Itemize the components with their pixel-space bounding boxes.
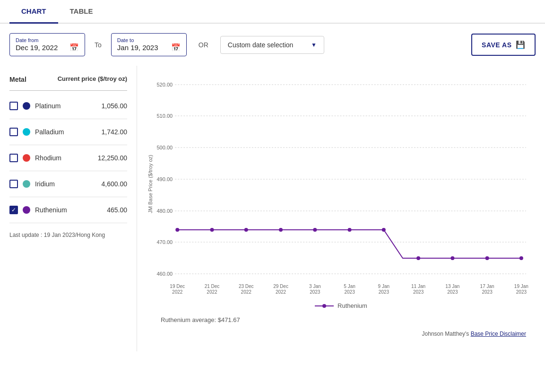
toolbar: Date from Dec 19, 2022 📅 To Date to Jan … [0,24,545,66]
tab-bar: CHART TABLE [0,0,545,24]
svg-text:2023: 2023 [344,289,355,295]
platinum-name: Platinum [35,102,97,110]
svg-text:480.00: 480.00 [156,208,173,214]
svg-text:9 Jan: 9 Jan [378,284,390,289]
legend-ruthenium-label: Ruthenium [337,302,367,309]
svg-text:2023: 2023 [310,289,320,295]
iridium-price: 4,600.00 [102,180,128,188]
svg-point-24 [485,256,489,260]
list-item: Palladium 1,742.00 [9,119,127,145]
svg-text:2023: 2023 [447,289,458,295]
custom-date-select-label: Custom date selection [228,41,294,49]
calendar-to-icon: 📅 [171,43,181,52]
svg-text:19 Dec: 19 Dec [170,284,185,289]
platinum-checkbox[interactable] [9,102,18,110]
svg-text:490.00: 490.00 [156,176,173,182]
ruthenium-dot [23,206,30,214]
svg-text:520.00: 520.00 [156,82,173,87]
date-to-label: Date to [117,37,181,43]
disclaimer-text: Johnson Matthey's [422,331,469,337]
tab-table[interactable]: TABLE [58,0,105,24]
svg-text:2023: 2023 [413,289,424,295]
svg-text:460.00: 460.00 [156,271,173,277]
ruthenium-price: 465.00 [107,206,127,214]
disclaimer: Johnson Matthey's Base Price Disclaimer [147,326,536,342]
svg-text:2022: 2022 [207,289,217,295]
svg-point-22 [416,256,420,260]
svg-text:17 Jan: 17 Jan [480,284,494,289]
iridium-name: Iridium [35,180,97,188]
svg-point-21 [382,228,386,232]
svg-point-49 [322,304,326,308]
ruthenium-name: Ruthenium [35,206,102,214]
save-icon: 💾 [516,40,526,49]
chart-wrap: JM Base Price ($/troy oz) 520.00 510.00 … [147,70,536,297]
chevron-down-icon: ▼ [311,42,317,48]
save-as-button[interactable]: SAVE AS 💾 [471,34,536,56]
legend-line-icon [315,303,334,309]
date-from-field[interactable]: Date from Dec 19, 2022 📅 [9,33,85,56]
svg-point-20 [348,228,352,232]
svg-text:2023: 2023 [516,289,527,295]
platinum-dot [23,102,30,110]
svg-text:13 Jan: 13 Jan [445,284,459,289]
to-separator: To [95,41,102,49]
palladium-checkbox[interactable] [9,128,18,136]
list-item: Rhodium 12,250.00 [9,145,127,171]
svg-text:5 Jan: 5 Jan [344,284,355,289]
svg-text:470.00: 470.00 [156,239,173,245]
svg-point-23 [450,256,454,260]
palladium-price: 1,742.00 [102,128,128,136]
chart-area: JM Base Price ($/troy oz) 520.00 510.00 … [137,66,545,351]
svg-text:29 Dec: 29 Dec [273,284,288,289]
date-to-field[interactable]: Date to Jan 19, 2023 📅 [111,33,187,56]
svg-text:2022: 2022 [241,289,252,295]
calendar-from-icon: 📅 [69,43,79,52]
date-from-label: Date from [16,37,79,43]
svg-point-25 [519,256,523,260]
metal-col-header: Metal [9,76,26,83]
or-separator: OR [199,41,208,49]
svg-text:2023: 2023 [482,289,493,295]
platinum-price: 1,056.00 [102,102,128,110]
date-to-value: Jan 19, 2023 [117,44,158,52]
chart-legend: Ruthenium [147,297,536,314]
svg-text:23 Dec: 23 Dec [239,284,254,289]
iridium-checkbox[interactable] [9,180,18,188]
svg-text:2022: 2022 [276,289,286,295]
list-item: Iridium 4,600.00 [9,171,127,197]
palladium-dot [23,128,30,136]
svg-point-19 [313,228,317,232]
custom-date-select[interactable]: Custom date selection ▼ [220,36,324,54]
svg-text:21 Dec: 21 Dec [205,284,220,289]
svg-text:500.00: 500.00 [156,145,173,150]
save-as-label: SAVE AS [482,41,511,49]
average-text: Ruthenium average: $471.67 [147,314,536,326]
svg-text:510.00: 510.00 [156,113,173,119]
list-item: Ruthenium 465.00 [9,197,127,223]
rhodium-price: 12,250.00 [98,154,127,162]
price-col-header: Current price ($/troy oz) [58,75,127,83]
svg-text:JM Base Price ($/troy oz): JM Base Price ($/troy oz) [147,155,153,213]
rhodium-name: Rhodium [35,154,93,162]
svg-text:2023: 2023 [379,289,389,295]
iridium-dot [23,180,30,188]
svg-text:11 Jan: 11 Jan [411,284,425,289]
disclaimer-link[interactable]: Base Price Disclaimer [471,331,526,337]
ruthenium-checkbox[interactable] [9,206,18,214]
metal-list: Metal Current price ($/troy oz) Platinum… [0,66,137,351]
svg-point-17 [244,228,248,232]
svg-point-15 [175,228,179,232]
svg-text:3 Jan: 3 Jan [309,284,321,289]
main-content: Metal Current price ($/troy oz) Platinum… [0,66,545,351]
date-from-value: Dec 19, 2022 [16,44,58,52]
price-chart: JM Base Price ($/troy oz) 520.00 510.00 … [147,70,536,297]
last-update-text: Last update : 19 Jan 2023/Hong Kong [9,223,127,241]
main-container: CHART TABLE Date from Dec 19, 2022 📅 To … [0,0,545,392]
tab-chart[interactable]: CHART [9,0,58,24]
rhodium-checkbox[interactable] [9,154,18,162]
svg-text:19 Jan: 19 Jan [514,284,528,289]
palladium-name: Palladium [35,128,97,136]
svg-point-16 [210,228,214,232]
list-item: Platinum 1,056.00 [9,93,127,119]
